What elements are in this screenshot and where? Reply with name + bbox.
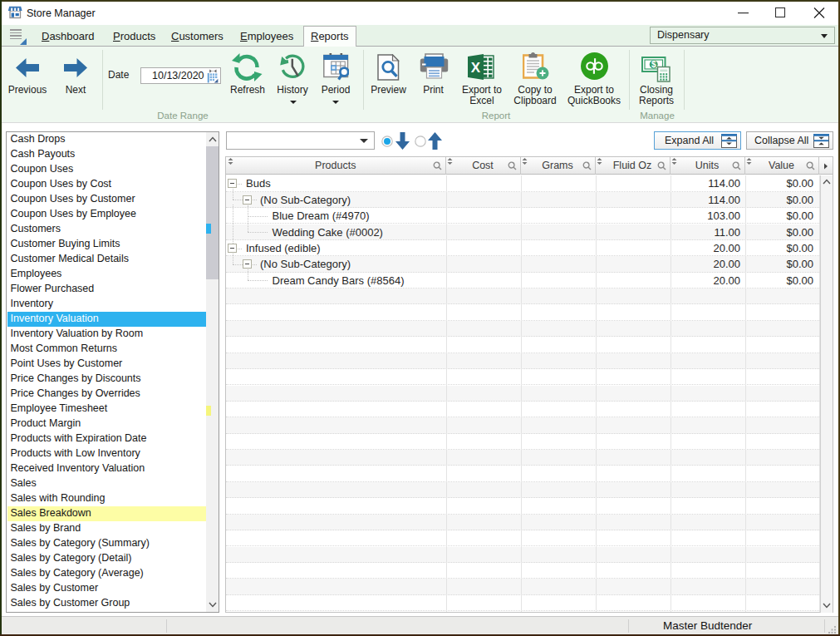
svg-text:$: $	[651, 60, 656, 69]
svg-text:X: X	[471, 60, 481, 76]
